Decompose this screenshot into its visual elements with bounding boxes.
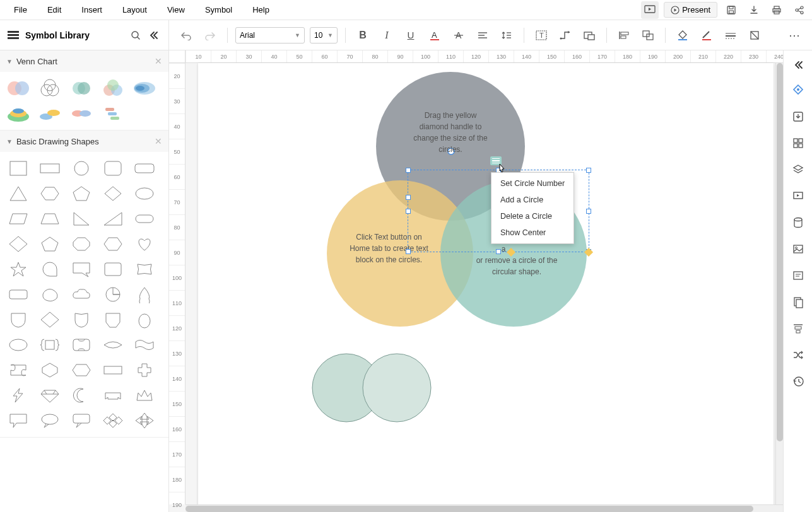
- shape-rectangle[interactable]: [35, 157, 64, 180]
- shape-action-button[interactable]: [490, 156, 502, 165]
- redo-button[interactable]: [201, 26, 220, 45]
- shape-blob[interactable]: [35, 283, 64, 306]
- shape-banner[interactable]: [98, 384, 127, 407]
- search-icon[interactable]: [128, 28, 143, 43]
- font-color-button[interactable]: A: [425, 26, 444, 45]
- save-icon[interactable]: [722, 1, 740, 19]
- shuffle-panel-icon[interactable]: [787, 344, 809, 366]
- shape-callout[interactable]: [67, 258, 96, 281]
- strikethrough-button[interactable]: A: [449, 26, 468, 45]
- shape-cloud[interactable]: [67, 283, 96, 306]
- venn-thumb-2[interactable]: [35, 77, 64, 100]
- shape-pie[interactable]: [98, 283, 127, 306]
- shape-rounded-rect2[interactable]: [98, 258, 127, 281]
- shape-trapezoid[interactable]: [35, 207, 64, 230]
- ctx-show-center[interactable]: Show Center: [491, 224, 574, 241]
- group-button[interactable]: [638, 26, 657, 45]
- shape-ellipse[interactable]: [130, 182, 159, 205]
- shape-right-triangle2[interactable]: [98, 207, 127, 230]
- venn-diagram-small[interactable]: [305, 350, 444, 426]
- present-panel-icon[interactable]: [787, 185, 809, 207]
- menu-view[interactable]: View: [157, 1, 195, 18]
- present-button[interactable]: Present: [664, 2, 717, 18]
- ctx-add-circle[interactable]: Add a Circle: [491, 192, 574, 208]
- shape-diamond3[interactable]: [35, 308, 64, 331]
- shape-rounded-rect[interactable]: [130, 157, 159, 180]
- eyedropper-button[interactable]: [745, 26, 764, 45]
- menu-edit[interactable]: Edit: [37, 1, 71, 18]
- menu-layout[interactable]: Layout: [112, 1, 157, 18]
- more-button[interactable]: ⋯: [786, 26, 804, 45]
- shape-hex3[interactable]: [35, 359, 64, 381]
- expand-right-panel-icon[interactable]: [789, 55, 808, 74]
- database-panel-icon[interactable]: [787, 212, 809, 233]
- connector-button[interactable]: [556, 26, 575, 45]
- shape-bracket[interactable]: [35, 334, 64, 356]
- clipboard-panel-icon[interactable]: [787, 291, 809, 313]
- shape-rounded-square[interactable]: [98, 157, 127, 180]
- category-header-shapes[interactable]: ▼ Basic Drawing Shapes ✕: [0, 131, 168, 152]
- import-panel-icon[interactable]: [787, 106, 809, 127]
- category-header-venn[interactable]: ▼ Venn Chart ✕: [0, 50, 168, 72]
- scrollbar-thumb[interactable]: [777, 63, 783, 441]
- venn-thumb-8[interactable]: [67, 102, 96, 125]
- shape-triangle[interactable]: [4, 182, 33, 205]
- close-category-icon[interactable]: ✕: [155, 56, 162, 66]
- shape-egg[interactable]: [130, 308, 159, 331]
- collapse-sidebar-icon[interactable]: [146, 28, 161, 43]
- menu-insert[interactable]: Insert: [71, 1, 112, 18]
- shape-4diamond[interactable]: [98, 409, 127, 432]
- venn-thumb-9[interactable]: [98, 102, 127, 125]
- menu-file[interactable]: File: [4, 1, 37, 18]
- close-category-icon[interactable]: ✕: [155, 136, 162, 146]
- shape-badge[interactable]: [98, 308, 127, 331]
- align-button[interactable]: [473, 26, 492, 45]
- shape-speech-rect[interactable]: [4, 409, 33, 432]
- underline-button[interactable]: U: [401, 26, 420, 45]
- shape-lightning[interactable]: [4, 384, 33, 407]
- shape-crown[interactable]: [130, 384, 159, 407]
- style-panel-icon[interactable]: [787, 79, 809, 101]
- align-panel-icon[interactable]: [787, 318, 809, 339]
- venn-thumb-3[interactable]: [67, 77, 96, 100]
- shape-shield2[interactable]: [67, 308, 96, 331]
- shape-right-triangle[interactable]: [67, 207, 96, 230]
- shape-wave[interactable]: [130, 334, 159, 356]
- shape-blob2[interactable]: [4, 334, 33, 356]
- font-size-select[interactable]: 10 ▼: [310, 27, 338, 44]
- shape-lens[interactable]: [98, 334, 127, 356]
- shape-rounded-rect3[interactable]: [4, 283, 33, 306]
- shape-teardrop[interactable]: [35, 258, 64, 281]
- history-panel-icon[interactable]: [787, 371, 809, 392]
- shape-moon[interactable]: [67, 384, 96, 407]
- shape-hexagon2[interactable]: [98, 233, 127, 255]
- line-spacing-button[interactable]: [497, 26, 516, 45]
- shape-diamond2[interactable]: [4, 233, 33, 255]
- shape-hexagon[interactable]: [35, 182, 64, 205]
- download-icon[interactable]: [745, 1, 763, 19]
- slideshow-icon[interactable]: [641, 1, 659, 19]
- venn-thumb-5[interactable]: [130, 77, 159, 100]
- undo-button[interactable]: [177, 26, 196, 45]
- shape-plaque[interactable]: [67, 334, 96, 356]
- fill-color-button[interactable]: [673, 26, 692, 45]
- shape-pentagon[interactable]: [67, 182, 96, 205]
- menu-help[interactable]: Help: [242, 1, 279, 18]
- font-select[interactable]: Arial ▼: [235, 27, 305, 44]
- layers-panel-icon[interactable]: [787, 159, 809, 180]
- shape-heart[interactable]: [130, 233, 159, 255]
- shape-drop[interactable]: [130, 283, 159, 306]
- shape-speech-rect2[interactable]: [67, 409, 96, 432]
- venn-thumb-4[interactable]: [98, 77, 127, 100]
- bold-button[interactable]: B: [353, 26, 372, 45]
- shape-square[interactable]: [4, 157, 33, 180]
- shape-rect2[interactable]: [98, 359, 127, 381]
- shape-gem[interactable]: [35, 384, 64, 407]
- shape-star[interactable]: [4, 258, 33, 281]
- shape-speech-round[interactable]: [35, 409, 64, 432]
- shape-pentagon2[interactable]: [35, 233, 64, 255]
- venn-thumb-7[interactable]: [35, 102, 64, 125]
- print-icon[interactable]: [768, 1, 786, 19]
- line-style-button[interactable]: [721, 26, 740, 45]
- ctx-delete-circle[interactable]: Delete a Circle: [491, 208, 574, 224]
